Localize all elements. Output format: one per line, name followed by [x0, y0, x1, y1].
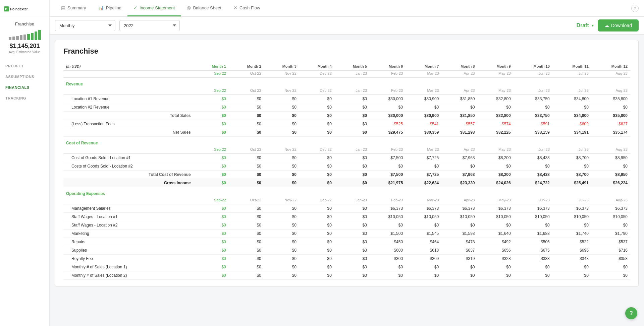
cell-value: $0: [478, 162, 514, 171]
date-cell: May-23: [478, 88, 514, 95]
cell-value: $0: [334, 103, 370, 112]
cell-value: $0: [478, 271, 514, 280]
cell-value: $31,850: [441, 95, 477, 103]
cell-value: $0: [478, 103, 514, 112]
cell-value: $0: [299, 246, 334, 255]
cell-value: $0: [194, 154, 229, 162]
cell-value: $10,050: [406, 213, 441, 221]
date-cell: Nov-22: [264, 88, 299, 95]
month-4-header: Month 4: [299, 62, 334, 71]
section-date-row: Sep-22Oct-22Nov-22Dec-22Jan-23Feb-23Mar-…: [63, 147, 630, 154]
cell-value: $8,700: [552, 154, 591, 162]
month-3-header: Month 3: [264, 62, 299, 71]
tab-income-statement[interactable]: ✓ Income Statement: [127, 0, 181, 16]
cell-value: $0: [229, 213, 264, 221]
tab-balance-sheet[interactable]: ◎ Balance Sheet: [181, 0, 227, 16]
cell-value: $8,200: [478, 154, 514, 162]
cell-value: $7,500: [370, 154, 406, 162]
tab-summary[interactable]: ▤ Summary: [55, 0, 92, 16]
table-row: Location #2 Revenue$0$0$0$0$0$0$0$0$0$0$…: [63, 103, 630, 112]
cell-value: $33,750: [514, 95, 552, 103]
svg-text:Poindexter: Poindexter: [10, 7, 28, 11]
subtotal-value: $8,200: [478, 171, 514, 179]
date-cell: Jul-23: [552, 88, 591, 95]
cell-value: $348: [552, 255, 591, 263]
cell-value: $0: [299, 162, 334, 171]
download-button[interactable]: ☁ Download: [598, 19, 639, 31]
bar-1: [9, 37, 11, 40]
row-label: Location #1 Revenue: [63, 95, 194, 103]
table-row: Revenue: [63, 78, 630, 88]
cell-value: $30,000: [370, 95, 406, 103]
cell-value: $0: [264, 246, 299, 255]
subtotal-value: $0: [229, 112, 264, 120]
cell-value: $0: [264, 263, 299, 271]
cell-value: $309: [406, 255, 441, 263]
grand-total-value: $0: [264, 179, 299, 187]
cell-value: $0: [334, 120, 370, 128]
cell-value: $716: [591, 246, 630, 255]
period-select[interactable]: Monthly Quarterly Annually: [55, 20, 115, 31]
empty-cell: [63, 147, 194, 154]
cell-value: $0: [229, 103, 264, 112]
cell-value: $6,373: [441, 204, 477, 213]
cell-value: $0: [552, 162, 591, 171]
help-icon[interactable]: ?: [631, 5, 639, 12]
draft-arrow-icon[interactable]: ▾: [592, 23, 594, 28]
cell-value: $0: [264, 255, 299, 263]
date-cell: Dec-22: [299, 197, 334, 204]
cell-value: $0: [370, 263, 406, 271]
cell-value: $0: [591, 103, 630, 112]
sidebar-item-project[interactable]: PROJECT: [0, 61, 49, 71]
date-cell: Nov-22: [264, 197, 299, 204]
cell-value: $0: [334, 230, 370, 238]
content-card: Franchise (In USD) Month 1 Month 2 Month…: [55, 40, 639, 287]
sidebar-item-assumptions[interactable]: ASSUMPTIONS: [0, 71, 49, 82]
date-cell: Apr-23: [441, 88, 477, 95]
subtotal-value: $32,226: [478, 128, 514, 137]
date-cell: Jul-23: [552, 147, 591, 154]
year-select[interactable]: 2021 2022 2023: [119, 20, 180, 31]
table-row: Cost of Revenue: [63, 137, 630, 147]
subtotal-value: $0: [229, 128, 264, 137]
tab-cash-flow[interactable]: ✕ Cash Flow: [227, 0, 266, 16]
cell-value: $522: [552, 238, 591, 246]
tab-pipeline[interactable]: 📊 Pipeline: [92, 0, 127, 16]
subtotal-value: $0: [194, 171, 229, 179]
subtotal-value: $31,293: [441, 128, 477, 137]
date-cell: Jun-23: [514, 147, 552, 154]
cell-value: $10,050: [441, 213, 477, 221]
row-label: Staff Wages - Location #1: [63, 213, 194, 221]
cell-value: $0: [299, 230, 334, 238]
sidebar: P Poindexter Franchise $1,145,201 Avg. E…: [0, 0, 50, 326]
cell-value: $537: [591, 238, 630, 246]
sidebar-item-financials[interactable]: FINANCIALS: [0, 82, 49, 93]
cell-value: $0: [264, 271, 299, 280]
cell-value: -$525: [370, 120, 406, 128]
cell-value: $10,050: [552, 213, 591, 221]
date-aug23: Aug-23: [591, 71, 630, 78]
month-2-header: Month 2: [229, 62, 264, 71]
subtotal-value: $30,359: [406, 128, 441, 137]
date-cell: Mar-23: [406, 88, 441, 95]
cell-value: $0: [334, 263, 370, 271]
cell-value: $6,373: [406, 204, 441, 213]
grand-total-value: $25,491: [552, 179, 591, 187]
cell-value: $0: [441, 103, 477, 112]
subtotal-value: $0: [334, 171, 370, 179]
cell-value: $0: [299, 204, 334, 213]
cell-value: $0: [229, 263, 264, 271]
date-cell: Mar-23: [406, 197, 441, 204]
help-float-button[interactable]: ?: [625, 307, 637, 319]
date-cell: Sep-22: [194, 147, 229, 154]
table-row: Total Cost of Revenue$0$0$0$0$0$7,500$7,…: [63, 171, 630, 179]
table-row: Operating Expenses: [63, 187, 630, 198]
cell-value: $618: [406, 246, 441, 255]
sidebar-item-tracking[interactable]: TRACKING: [0, 93, 49, 104]
bar-7: [31, 33, 34, 40]
section-label: Revenue: [63, 78, 630, 88]
cell-value: $0: [591, 271, 630, 280]
date-cell: Feb-23: [370, 88, 406, 95]
date-sep22: Sep-22: [194, 71, 229, 78]
table-row: Staff Wages - Location #2$0$0$0$0$0$0$0$…: [63, 221, 630, 230]
